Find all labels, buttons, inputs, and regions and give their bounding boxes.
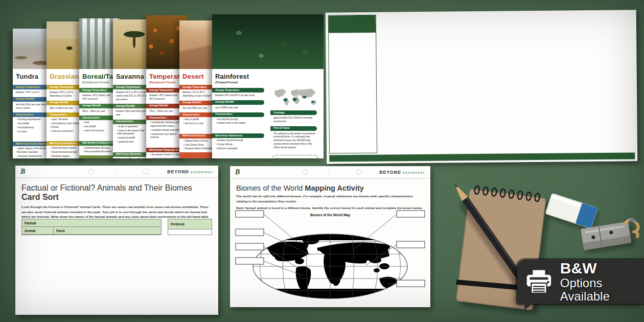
product-preview: TundraAverage Temperature:between -34°C … (0, 0, 644, 322)
biome-content: Average Temperature:between 20°C and 30°… (212, 84, 324, 158)
section-item: • Amazon (South America) (212, 139, 267, 143)
biome-left-column: Average Temperature:between 20°C and 30°… (212, 86, 267, 158)
column-animal: Animal (22, 227, 54, 234)
section-banner: Well-Known Tundra Regions: (13, 142, 51, 146)
eraser (544, 193, 600, 233)
coverage-banner: Coverage: (270, 110, 317, 115)
section-item: • hot and wet (humid) (212, 118, 267, 122)
section-banner: Average Rainfall: (212, 100, 264, 105)
worksheet-title: Biomes of the World Mapping Activity (230, 179, 430, 193)
brand-logo: BEYONDGEOGRAPHY (167, 169, 213, 174)
section-banner: Characteristics: (47, 112, 84, 117)
section-banner: Characteristics: (79, 116, 117, 120)
section-banner: Average Rainfall: (113, 104, 151, 108)
worksheet-title: Factual or Fictional? Animals and Their … (15, 178, 218, 204)
section-banner: Average Rainfall: (146, 104, 184, 108)
sort-tables: Factual Animal Facts Fictional (21, 219, 212, 235)
section-banner: Characteristics: (113, 120, 151, 124)
section-banner: Well-Known Coniferous Forests: (79, 141, 117, 146)
section-banner: Characteristics: (212, 112, 264, 117)
factual-table-header: Factual (22, 219, 161, 227)
biome-world-map (234, 207, 426, 307)
section-text: between 20°C and 30°C all year round (212, 94, 267, 98)
card-row (328, 12, 635, 153)
factual-table-columns: Animal Facts (22, 227, 161, 235)
biome-section: Average Rainfall:up to 1000cm per year (212, 100, 267, 110)
mapping-activity-worksheet: B BEYONDGEOGRAPHY Biomes of the World Ma… (230, 166, 430, 307)
badge-subtitle: Options Available (560, 277, 644, 303)
section-banner: Characteristics: (146, 116, 184, 120)
fictional-table-header: Fictional (168, 219, 212, 229)
flora-fauna-text: The rainforest is the world's most diver… (270, 132, 320, 150)
worksheet-header: B BEYONDGEOGRAPHY (15, 166, 218, 178)
beyond-b-logo-icon: B (20, 168, 25, 176)
biome-fact-sheets: TundraAverage Temperature:between -34°C … (13, 14, 324, 157)
section-item: • located close to the equator (212, 122, 267, 126)
hole-punch-icon (356, 169, 362, 175)
section-banner: Average Rainfall: (13, 97, 51, 102)
biome-section: Characteristics:• hot and wet (humid)• l… (212, 112, 267, 126)
hole-punch-icon (88, 169, 94, 174)
printer-icon (524, 267, 554, 296)
column-facts: Facts (54, 227, 161, 234)
rainforest-photo (212, 14, 324, 69)
section-banner: Average Rainfall: (179, 101, 217, 105)
worksheet-paragraph-1: The world can be split into different bi… (230, 193, 430, 205)
biome-section: Well-Known Rainforests:• Amazon (South A… (212, 133, 267, 151)
card-header (329, 15, 376, 33)
section-banner: Characteristics: (179, 112, 217, 117)
section-banner: Well-Known Savannas: (113, 152, 151, 157)
flora-fauna-banner: Flora & Fauna: (270, 126, 317, 131)
animal-card-spotted-rabbit (328, 15, 377, 154)
section-banner: Average Temperature: (13, 85, 51, 89)
biome-section: Average Temperature:between 20°C and 30°… (212, 88, 267, 98)
section-banner: Average Temperature: (146, 88, 184, 93)
section-banner: Well-Known Grasslands: (47, 141, 84, 146)
section-banner: Well-Known Rainforests: (212, 133, 264, 138)
factual-table: Factual Animal Facts (21, 219, 162, 235)
biome-right-column: Coverage:approximately 6% of Earth's ter… (270, 86, 320, 158)
fold-mark (116, 168, 117, 174)
brand-logo: BEYONDGEOGRAPHY (379, 170, 425, 175)
section-banner: Well-Known Temperate Forests: (146, 148, 184, 152)
card-sort-worksheet: B BEYONDGEOGRAPHY Factual or Fictional? … (15, 166, 218, 315)
section-banner: Well-Known Deserts: (179, 134, 217, 139)
animal-cards-grid (328, 12, 635, 153)
brand-sub-label: GEOGRAPHY (403, 172, 425, 174)
section-text: up to 1000cm per year (212, 106, 267, 110)
section-banner: Average Temperature: (47, 85, 84, 89)
hole-punch-icon (143, 169, 149, 174)
biome-sheet-rainforest: Rainforest(Tropical Forest)Average Tempe… (212, 14, 324, 158)
section-banner: Average Temperature: (79, 88, 117, 93)
section-banner: Average Rainfall: (47, 101, 84, 105)
section-banner: Average Temperature: (179, 85, 217, 89)
section-banner: Characteristics: (13, 112, 51, 117)
rainforest-coverage-map (270, 87, 320, 108)
brand-sub-label: GEOGRAPHY (191, 171, 213, 174)
animal-cards-sheet (326, 10, 638, 164)
coverage-text: approximately 6% of Earth's terrestrial … (270, 116, 320, 124)
bw-options-badge: B&W Options Available (517, 260, 644, 304)
fictional-table: Fictional (168, 219, 212, 235)
section-banner: Average Temperature: (113, 85, 151, 89)
worksheet-header: B BEYONDGEOGRAPHY (230, 166, 430, 179)
fold-mark (329, 169, 330, 174)
section-banner: Average Temperature: (212, 88, 264, 93)
did-you-know-bubble: Did you know that rainforests are the wo… (271, 155, 319, 158)
hole-punch-icon (302, 169, 308, 175)
biome-title: Rainforest (212, 69, 324, 81)
section-banner: Average Rainfall: (79, 104, 117, 108)
beyond-b-logo-icon: B (235, 168, 240, 176)
badge-title: B&W (560, 260, 644, 277)
section-item: • Congo (Africa) (212, 143, 267, 147)
section-item: • Daintree (Australia) (212, 147, 267, 151)
